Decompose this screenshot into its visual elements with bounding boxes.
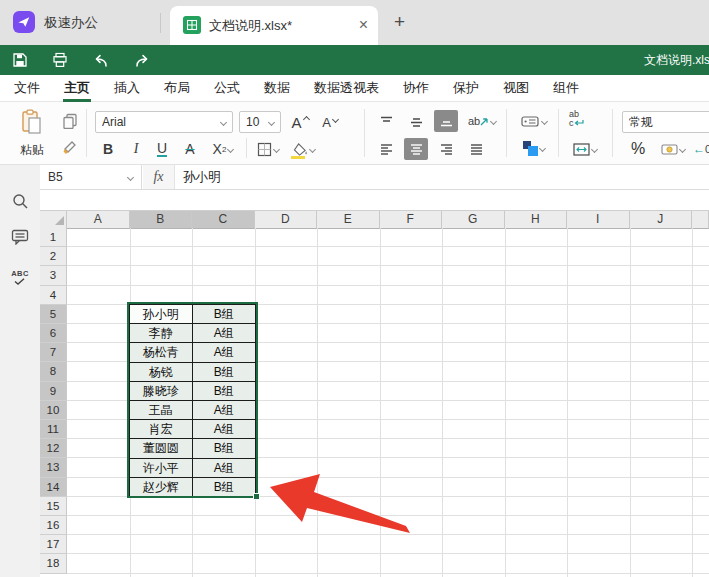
cell-C8[interactable]: B组	[193, 363, 256, 382]
cell-C5[interactable]: B组	[193, 305, 256, 324]
save-icon[interactable]	[8, 48, 32, 72]
align-top-button[interactable]	[374, 110, 398, 132]
percent-style-button[interactable]: %	[626, 138, 650, 160]
format-painter-icon[interactable]	[58, 136, 82, 158]
cell-B9[interactable]: 滕晓珍	[130, 382, 193, 401]
cell-C14[interactable]: B组	[193, 478, 256, 497]
number-format-select[interactable]: 常规	[622, 111, 709, 133]
row-header-10[interactable]: 10	[40, 401, 67, 420]
currency-style-button[interactable]	[656, 138, 690, 160]
menu-tab-pivot-table[interactable]: 数据透视表	[302, 75, 391, 102]
column-header-partial[interactable]	[692, 211, 709, 229]
cell-B8[interactable]: 杨锐	[130, 363, 193, 382]
column-header-D[interactable]: D	[255, 211, 318, 229]
row-header-13[interactable]: 13	[40, 458, 67, 477]
fill-color-button[interactable]	[288, 138, 320, 160]
increase-decimal-button[interactable]: ←00	[690, 138, 709, 160]
menu-tab-layout[interactable]: 布局	[152, 75, 202, 102]
menu-tab-data[interactable]: 数据	[252, 75, 302, 102]
fill-handle[interactable]	[253, 493, 260, 500]
borders-button[interactable]	[252, 138, 284, 160]
row-header-5[interactable]: 5	[40, 305, 67, 324]
cell-C13[interactable]: A组	[193, 459, 256, 478]
menu-tab-formulas[interactable]: 公式	[202, 75, 252, 102]
fx-button[interactable]: fx	[143, 165, 175, 189]
sheet-grid[interactable]: ABCDEFGHIJ 123456789101112131415161718 孙…	[40, 190, 709, 577]
cell-B14[interactable]: 赵少辉	[130, 478, 193, 497]
row-header-7[interactable]: 7	[40, 343, 67, 362]
redo-icon[interactable]	[129, 48, 153, 72]
increase-font-size-button[interactable]: A	[288, 111, 312, 133]
search-icon[interactable]	[8, 189, 32, 213]
cell-C11[interactable]: A组	[193, 420, 256, 439]
align-left-button[interactable]	[374, 138, 398, 160]
row-header-14[interactable]: 14	[40, 478, 67, 497]
row-header-18[interactable]: 18	[40, 554, 67, 573]
new-tab-button[interactable]: +	[394, 0, 405, 45]
column-header-A[interactable]: A	[67, 211, 130, 229]
menu-tab-view[interactable]: 视图	[491, 75, 541, 102]
cell-B13[interactable]: 许小平	[130, 459, 193, 478]
underline-button[interactable]: U	[150, 138, 174, 160]
bold-button[interactable]: B	[96, 138, 120, 160]
row-header-1[interactable]: 1	[40, 228, 67, 247]
cell-B7[interactable]: 杨松青	[130, 343, 193, 362]
subscript-button[interactable]: X2	[206, 138, 240, 160]
menu-tab-insert[interactable]: 插入	[102, 75, 152, 102]
column-header-I[interactable]: I	[567, 211, 630, 229]
cell-C12[interactable]: B组	[193, 439, 256, 458]
italic-button[interactable]: I	[124, 138, 148, 160]
row-header-12[interactable]: 12	[40, 439, 67, 458]
select-all-corner[interactable]	[40, 211, 67, 229]
name-box[interactable]: B5	[40, 165, 142, 189]
row-header-9[interactable]: 9	[40, 382, 67, 401]
cell-B5[interactable]: 孙小明	[130, 305, 193, 324]
font-size-select[interactable]: 10	[239, 111, 281, 133]
row-header-11[interactable]: 11	[40, 420, 67, 439]
row-header-2[interactable]: 2	[40, 247, 67, 266]
formula-input[interactable]: 孙小明	[183, 165, 221, 189]
decrease-font-size-button[interactable]: A	[318, 111, 342, 133]
row-header-6[interactable]: 6	[40, 324, 67, 343]
cell-style-button[interactable]	[514, 110, 554, 132]
row-header-15[interactable]: 15	[40, 497, 67, 516]
cell-C10[interactable]: A组	[193, 401, 256, 420]
tab-close-icon[interactable]: ×	[359, 6, 368, 45]
document-tab[interactable]: 文档说明.xlsx* ×	[170, 6, 378, 45]
menu-tab-file[interactable]: 文件	[2, 75, 52, 102]
cell-C6[interactable]: A组	[193, 324, 256, 343]
conditional-formatting-button[interactable]	[516, 137, 552, 159]
row-header-3[interactable]: 3	[40, 266, 67, 285]
strikethrough-button[interactable]: A	[178, 138, 202, 160]
column-header-B[interactable]: B	[130, 211, 193, 229]
menu-tab-collaborate[interactable]: 协作	[391, 75, 441, 102]
text-orientation-button[interactable]: ab	[464, 110, 500, 132]
align-center-button[interactable]	[404, 138, 428, 160]
align-right-button[interactable]	[434, 138, 458, 160]
column-header-H[interactable]: H	[505, 211, 568, 229]
print-icon[interactable]	[48, 48, 72, 72]
justify-button[interactable]	[464, 138, 488, 160]
cell-B10[interactable]: 王晶	[130, 401, 193, 420]
spellcheck-icon[interactable]: ABC	[8, 265, 32, 289]
column-header-F[interactable]: F	[380, 211, 443, 229]
cell-B6[interactable]: 李静	[130, 324, 193, 343]
row-header-8[interactable]: 8	[40, 362, 67, 381]
column-header-J[interactable]: J	[630, 211, 693, 229]
undo-icon[interactable]	[89, 48, 113, 72]
wrap-text-button[interactable]: ab c	[566, 110, 592, 136]
copy-icon[interactable]	[58, 110, 82, 132]
cell-B11[interactable]: 肖宏	[130, 420, 193, 439]
menu-tab-components[interactable]: 组件	[541, 75, 591, 102]
row-header-16[interactable]: 16	[40, 516, 67, 535]
align-bottom-button[interactable]	[434, 110, 458, 132]
cell-C9[interactable]: B组	[193, 382, 256, 401]
row-header-17[interactable]: 17	[40, 535, 67, 554]
align-middle-button[interactable]	[404, 110, 428, 132]
paste-button[interactable]: 粘贴	[10, 107, 54, 161]
column-header-C[interactable]: C	[192, 211, 255, 229]
merge-cells-button[interactable]	[566, 138, 604, 160]
cell-C7[interactable]: A组	[193, 343, 256, 362]
row-header-4[interactable]: 4	[40, 286, 67, 305]
column-header-E[interactable]: E	[317, 211, 380, 229]
